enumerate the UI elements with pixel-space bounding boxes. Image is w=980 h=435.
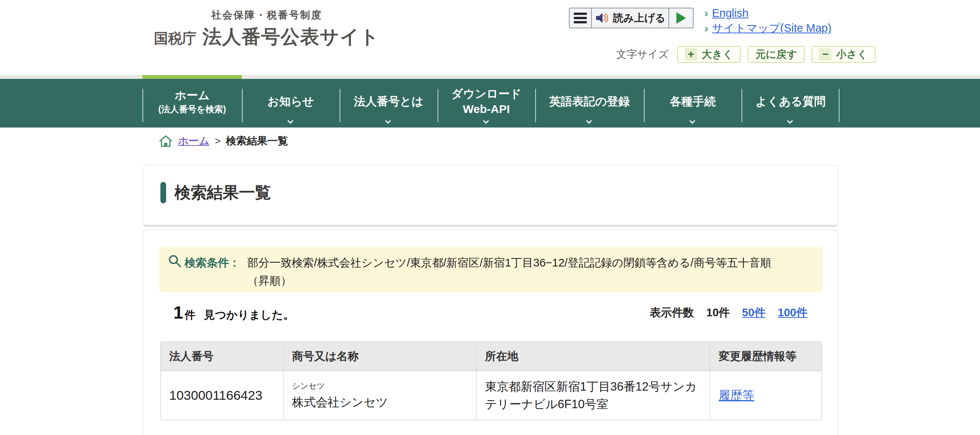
font-size-label: 文字サイズ xyxy=(616,47,669,61)
chevron-down-icon xyxy=(586,118,592,124)
display-count-50-link[interactable]: 50件 xyxy=(742,305,765,321)
header-company-name: 商号又は名称 xyxy=(284,342,477,371)
hamburger-icon xyxy=(574,13,587,15)
breadcrumb-home-link[interactable]: ホーム xyxy=(178,134,209,148)
results-table: 法人番号 商号又は名称 所在地 変更履歴情報等 1030001166423 シン… xyxy=(160,342,822,420)
search-conditions-text: 部分一致検索/株式会社シンセツ/東京都/新宿区/新宿1丁目36−12/登記記録の… xyxy=(247,254,813,290)
font-smaller-button[interactable]: − 小さく xyxy=(812,46,875,63)
play-icon xyxy=(676,12,686,24)
plus-icon: + xyxy=(685,48,697,61)
chevron-down-icon xyxy=(689,118,695,124)
logo-site-title: 法人番号公表サイト xyxy=(203,24,380,50)
display-count-controls: 表示件数 10件 50件 100件 xyxy=(650,305,807,321)
font-reset-button[interactable]: 元に戻す xyxy=(748,46,805,63)
nav-item-faq[interactable]: よくある質問 xyxy=(742,79,840,128)
header-links: › English › サイトマップ(Site Map) xyxy=(704,5,831,36)
readspeaker-listen-button[interactable]: 読み上げる xyxy=(592,8,668,28)
chevron-right-icon: › xyxy=(704,23,708,34)
company-furigana: シンセツ xyxy=(292,381,471,391)
logo-tagline: 社会保障・税番号制度 xyxy=(211,8,380,22)
english-link[interactable]: English xyxy=(712,7,748,20)
home-icon xyxy=(159,134,173,147)
display-count-current: 10件 xyxy=(706,305,730,321)
search-conditions-box: 検索条件： 部分一致検索/株式会社シンセツ/東京都/新宿区/新宿1丁目36−12… xyxy=(159,247,823,292)
minus-icon: − xyxy=(819,48,831,61)
history-link[interactable]: 履歴等 xyxy=(719,388,754,404)
nav-item-download-webapi[interactable]: ダウンロード Web-API xyxy=(438,79,535,128)
font-size-controls: 文字サイズ + 大きく 元に戻す − 小さく xyxy=(616,46,875,63)
chevron-down-icon xyxy=(287,118,293,124)
search-icon xyxy=(168,254,182,268)
breadcrumb-current: 検索結果一覧 xyxy=(226,134,288,148)
font-larger-button[interactable]: + 大きく xyxy=(677,46,741,63)
chevron-right-icon: › xyxy=(704,7,708,19)
table-header-row: 法人番号 商号又は名称 所在地 変更履歴情報等 xyxy=(161,342,822,371)
breadcrumb: ホーム > 検索結果一覧 xyxy=(159,134,288,148)
chevron-down-icon xyxy=(385,118,391,124)
display-count-label: 表示件数 xyxy=(650,305,694,321)
nav-item-what-is-corporate-number[interactable]: 法人番号とは xyxy=(340,79,438,128)
site-logo[interactable]: 社会保障・税番号制度 国税庁 法人番号公表サイト xyxy=(154,8,380,50)
table-row: 1030001166423 シンセツ 株式会社シンセツ 東京都新宿区新宿1丁目3… xyxy=(161,371,822,420)
result-count-unit: 件 xyxy=(185,308,196,322)
display-count-100-link[interactable]: 100件 xyxy=(778,305,807,321)
readspeaker-menu-button[interactable] xyxy=(570,8,592,28)
chevron-down-icon xyxy=(787,118,793,124)
main-navigation: ホーム (法人番号を検索) お知らせ 法人番号とは ダウンロード Web-API… xyxy=(0,79,980,128)
nav-item-home[interactable]: ホーム (法人番号を検索) xyxy=(142,79,242,128)
company-name: 株式会社シンセツ xyxy=(292,394,471,410)
result-found-text: 見つかりました。 xyxy=(204,307,294,323)
active-nav-indicator xyxy=(142,75,242,79)
logo-agency: 国税庁 xyxy=(154,29,196,48)
result-summary-row: 1 件 見つかりました。 表示件数 10件 50件 100件 xyxy=(143,302,838,325)
header-change-history: 変更履歴情報等 xyxy=(710,342,822,371)
nav-item-news[interactable]: お知らせ xyxy=(242,79,340,128)
nav-item-english-registration[interactable]: 英語表記の登録 xyxy=(535,79,644,128)
readspeaker-play-button[interactable] xyxy=(668,8,693,28)
result-count: 1 xyxy=(173,302,183,323)
page-title-card: 検索結果一覧 xyxy=(143,165,838,227)
speaker-icon xyxy=(595,11,609,25)
sitemap-link[interactable]: サイトマップ(Site Map) xyxy=(712,21,831,36)
page-title: 検索結果一覧 xyxy=(175,182,271,203)
page-root: 社会保障・税番号制度 国税庁 法人番号公表サイト 読み上げる › English xyxy=(0,0,980,435)
breadcrumb-separator: > xyxy=(215,135,220,147)
company-address: 東京都新宿区新宿1丁目36番12号サンカテリーナビル6F10号室 xyxy=(485,378,704,413)
title-accent-bar xyxy=(160,182,166,203)
corporate-number-value: 1030001166423 xyxy=(169,388,278,403)
readspeaker-widget: 読み上げる xyxy=(569,8,694,28)
readspeaker-listen-label: 読み上げる xyxy=(613,11,666,25)
nav-item-procedures[interactable]: 各種手続 xyxy=(644,79,742,128)
results-card: 検索条件： 部分一致検索/株式会社シンセツ/東京都/新宿区/新宿1丁目36−12… xyxy=(143,230,838,435)
search-conditions-label: 検索条件： xyxy=(185,254,240,271)
header-address: 所在地 xyxy=(477,342,710,371)
header-corporate-number: 法人番号 xyxy=(161,342,284,371)
chevron-down-icon xyxy=(483,118,489,124)
